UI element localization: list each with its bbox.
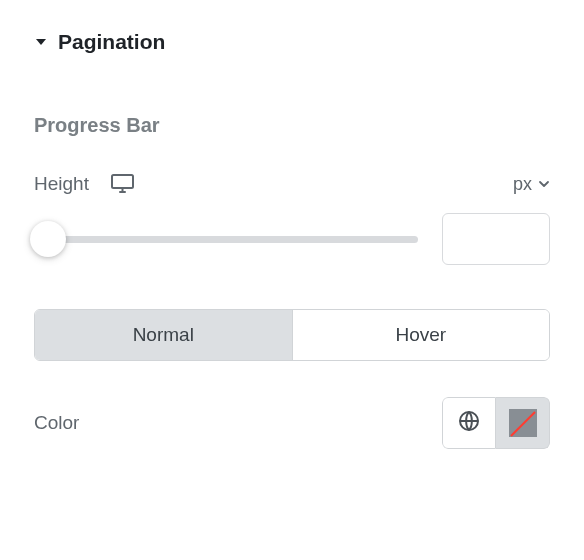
unit-label: px — [513, 174, 532, 195]
unit-select[interactable]: px — [513, 174, 550, 195]
caret-down-icon — [34, 35, 48, 49]
height-slider-row — [34, 213, 550, 265]
color-controls — [442, 397, 550, 449]
chevron-down-icon — [538, 178, 550, 190]
desktop-icon[interactable] — [111, 174, 134, 194]
color-label: Color — [34, 412, 79, 434]
svg-rect-0 — [112, 175, 133, 188]
globe-icon — [457, 409, 481, 437]
global-color-button[interactable] — [442, 397, 496, 449]
height-slider[interactable] — [34, 221, 418, 257]
no-color-swatch-icon — [509, 409, 537, 437]
color-swatch-button[interactable] — [496, 397, 550, 449]
height-control-row: Height px — [34, 173, 550, 195]
height-input[interactable] — [442, 213, 550, 265]
slider-track — [34, 236, 418, 243]
slider-thumb[interactable] — [30, 221, 66, 257]
progress-bar-title: Progress Bar — [34, 114, 550, 137]
pagination-section-header[interactable]: Pagination — [34, 30, 550, 54]
color-row: Color — [34, 397, 550, 449]
svg-rect-1 — [119, 191, 126, 193]
section-title: Pagination — [58, 30, 165, 54]
svg-rect-2 — [121, 188, 123, 191]
height-label: Height — [34, 173, 89, 195]
state-tabs: Normal Hover — [34, 309, 550, 361]
tab-hover[interactable]: Hover — [292, 310, 550, 360]
tab-normal[interactable]: Normal — [35, 310, 292, 360]
